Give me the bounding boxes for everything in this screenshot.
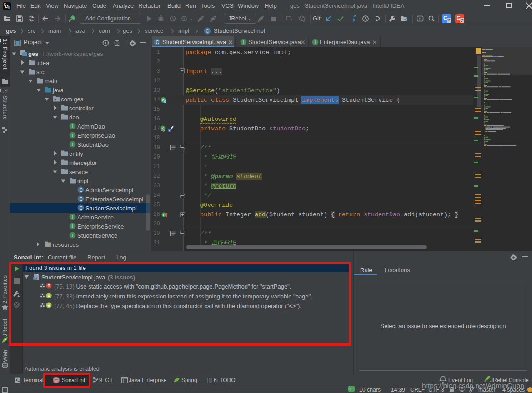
svg-text:E: E [125, 379, 127, 383]
svg-text:JR: JR [4, 341, 8, 343]
